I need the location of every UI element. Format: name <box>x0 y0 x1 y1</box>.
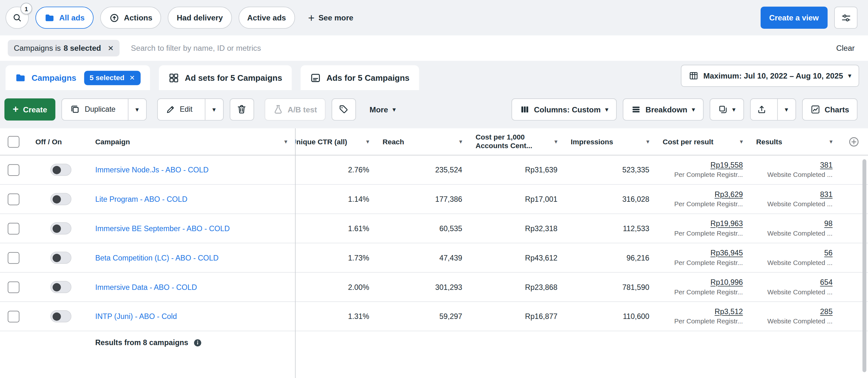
campaign-name-link[interactable]: Immersive Data - ABO - COLD <box>95 283 197 291</box>
campaigns-filter-chip[interactable]: Campaigns is 8 selected ✕ <box>8 40 120 57</box>
table-row[interactable]: Immersive BE September - ABO - COLD 1.61… <box>0 214 868 243</box>
table-row[interactable]: Immersive Node.Js - ABO - COLD 2.76% 235… <box>0 156 868 185</box>
table-row[interactable]: Immersive Data - ABO - COLD 2.00% 301,29… <box>0 273 868 302</box>
tag-button[interactable] <box>332 98 356 120</box>
breakdown-icon <box>631 104 641 114</box>
cost-per-result-value[interactable]: Rp10,996 <box>710 278 743 286</box>
campaigns-selected-badge[interactable]: 5 selected ✕ <box>84 71 141 85</box>
remove-filter-icon[interactable]: ✕ <box>108 44 114 53</box>
campaign-name-link[interactable]: Lite Program - ABO - COLD <box>95 195 188 203</box>
export-split-button: ▾ <box>750 98 796 120</box>
results-value[interactable]: 98 <box>824 220 833 228</box>
vertical-scrollbar[interactable] <box>863 159 866 372</box>
ab-test-label: A/B test <box>288 105 317 114</box>
campaign-toggle[interactable] <box>51 164 71 176</box>
campaign-name-link[interactable]: Immersive BE September - ABO - COLD <box>95 224 230 232</box>
results-value[interactable]: 56 <box>824 249 833 257</box>
filter-search-input[interactable] <box>131 44 825 53</box>
scrollbar-thumb[interactable] <box>863 159 866 372</box>
edit-dropdown-button[interactable]: ▾ <box>205 99 223 120</box>
row-checkbox[interactable] <box>8 252 19 263</box>
header-cost-per-1000[interactable]: Cost per 1,000 Accounts Cent... ▾ <box>469 128 564 155</box>
reports-button[interactable]: ▾ <box>710 98 744 120</box>
duplicate-button[interactable]: Duplicate <box>62 99 123 120</box>
row-checkbox-cell <box>0 302 31 331</box>
results-sublabel: Website Completed ... <box>767 200 833 208</box>
results-value[interactable]: 381 <box>820 161 833 169</box>
view-settings-button[interactable] <box>834 7 858 29</box>
results-value[interactable]: 285 <box>820 307 833 316</box>
cost-per-result-value[interactable]: Rp36,945 <box>710 249 743 257</box>
filter-active-ads-button[interactable]: Active ads <box>239 7 295 29</box>
cost-per-result-value[interactable]: Rp19,558 <box>710 161 743 169</box>
results-value[interactable]: 654 <box>820 278 833 286</box>
edit-button[interactable]: Edit <box>158 99 200 120</box>
cost-per-1000-cell: Rp23,868 <box>469 273 564 301</box>
sliders-icon <box>840 12 851 23</box>
all-ads-label: All ads <box>59 13 85 22</box>
more-button[interactable]: More ▾ <box>362 98 404 120</box>
header-campaign[interactable]: Campaign ▾ <box>91 128 295 155</box>
header-results[interactable]: Results ▾ <box>749 128 839 155</box>
tab-campaigns[interactable]: Campaigns 5 selected ✕ <box>5 65 150 90</box>
header-cost-per-result[interactable]: Cost per result ▾ <box>656 128 750 155</box>
cost-per-result-value[interactable]: Rp19,963 <box>710 220 743 228</box>
table-row[interactable]: Lite Program - ABO - COLD 1.14% 177,386 … <box>0 185 868 214</box>
campaign-toggle[interactable] <box>51 222 71 234</box>
date-range-label: Maximum: Jul 10, 2022 – Aug 10, 2025 <box>704 71 843 80</box>
results-value[interactable]: 831 <box>820 190 833 199</box>
row-checkbox[interactable] <box>8 311 19 322</box>
campaign-toggle[interactable] <box>51 193 71 205</box>
row-toggle-cell <box>31 185 91 214</box>
table-row[interactable]: Beta Competition (LC) - ABO - COLD 1.73%… <box>0 243 868 273</box>
columns-button[interactable]: Columns: Custom ▾ <box>512 98 617 120</box>
charts-button[interactable]: Charts <box>802 98 858 120</box>
table-body: Immersive Node.Js - ABO - COLD 2.76% 235… <box>0 156 868 332</box>
campaign-name-link[interactable]: Beta Competition (LC) - ABO - COLD <box>95 253 219 262</box>
table-row[interactable]: INTP (Juni) - ABO - Cold 1.31% 59,297 Rp… <box>0 302 868 332</box>
duplicate-dropdown-button[interactable]: ▾ <box>128 99 146 120</box>
campaign-name-link[interactable]: Immersive Node.Js - ABO - COLD <box>95 166 209 174</box>
header-impressions[interactable]: Impressions ▾ <box>564 128 656 155</box>
create-button[interactable]: + Create <box>4 98 56 120</box>
campaign-name-link[interactable]: INTP (Juni) - ABO - Cold <box>95 312 177 320</box>
export-dropdown-button[interactable]: ▾ <box>777 99 795 120</box>
header-unique-ctr[interactable]: Unique CTR (all) ▾ <box>295 128 376 155</box>
filter-actions-button[interactable]: Actions <box>100 7 161 29</box>
ab-test-button[interactable]: A/B test <box>264 98 325 120</box>
row-checkbox[interactable] <box>8 281 19 293</box>
breakdown-button[interactable]: Breakdown ▾ <box>623 98 704 120</box>
export-button[interactable] <box>750 99 772 120</box>
date-range-button[interactable]: Maximum: Jul 10, 2022 – Aug 10, 2025 ▾ <box>681 65 859 87</box>
info-icon[interactable] <box>193 338 203 347</box>
delete-button[interactable] <box>229 98 254 120</box>
unique-ctr-cell: 2.76% <box>295 156 376 184</box>
campaign-toggle[interactable] <box>51 251 71 264</box>
actions-label: Actions <box>124 13 152 22</box>
see-more-button[interactable]: + See more <box>308 12 353 23</box>
row-checkbox[interactable] <box>8 193 19 205</box>
tab-ads[interactable]: Ads for 5 Campaigns <box>301 65 419 90</box>
clear-filters-button[interactable]: Clear <box>836 44 855 53</box>
folder-icon <box>15 72 26 83</box>
campaign-toggle[interactable] <box>51 281 71 293</box>
header-reach[interactable]: Reach ▾ <box>376 128 469 155</box>
chevron-down-icon: ▾ <box>691 106 695 113</box>
calendar-icon <box>688 71 698 80</box>
row-checkbox[interactable] <box>8 164 19 176</box>
row-checkbox[interactable] <box>8 222 19 234</box>
tab-ad-sets[interactable]: Ad sets for 5 Campaigns <box>159 65 292 90</box>
create-a-view-button[interactable]: Create a view <box>760 7 828 29</box>
impressions-cell: 112,533 <box>564 214 656 243</box>
campaign-toggle[interactable] <box>51 310 71 322</box>
ads-icon <box>310 72 321 83</box>
header-add-column[interactable] <box>839 128 868 155</box>
select-all-checkbox[interactable] <box>8 136 19 147</box>
filter-had-delivery-button[interactable]: Had delivery <box>168 7 232 29</box>
cost-per-result-value[interactable]: Rp3,629 <box>715 190 743 199</box>
search-button[interactable]: 1 <box>5 7 29 29</box>
filter-all-ads-button[interactable]: All ads <box>35 7 94 29</box>
cost-per-result-value[interactable]: Rp3,512 <box>715 307 743 316</box>
cost-per-result-sublabel: Per Complete Registr... <box>674 200 743 208</box>
clear-selection-icon[interactable]: ✕ <box>129 74 135 81</box>
